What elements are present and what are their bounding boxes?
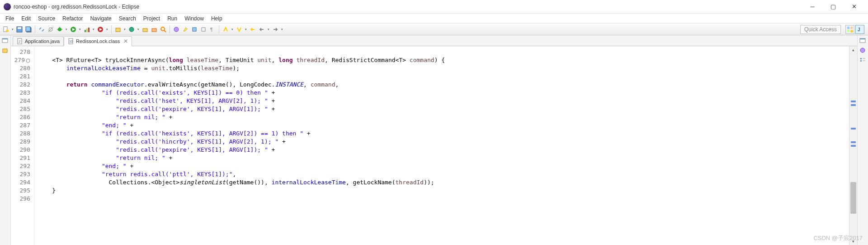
package-explorer-icon[interactable] [2,47,9,54]
svg-rect-18 [143,29,147,32]
content-area: J Application.java 10 RedissonLock.class… [0,35,868,245]
minimize-button[interactable]: ─ [802,0,823,14]
menu-help[interactable]: Help [208,14,226,23]
svg-text:J: J [19,39,20,43]
new-class-dropdown[interactable]: ▾ [137,25,140,34]
new-class-icon[interactable] [127,25,136,34]
open-type-icon[interactable] [141,25,149,34]
svg-rect-44 [860,60,862,62]
svg-text:J: J [858,27,860,32]
task-icon[interactable] [172,25,180,34]
annotation-next-dropdown[interactable]: ▾ [244,25,248,34]
tab-redissonlock-class[interactable]: 10 RedissonLock.class ✕ [64,36,132,46]
new-package-icon[interactable] [114,25,122,34]
menu-file[interactable]: File [2,14,18,23]
separator [219,25,219,34]
coverage-dropdown[interactable]: ▾ [92,25,95,34]
menu-project[interactable]: Project [140,14,164,23]
menu-navigate[interactable]: Navigate [86,14,115,23]
svg-rect-27 [850,27,853,29]
scroll-up-icon[interactable]: ▴ [849,46,857,53]
svg-rect-28 [847,30,849,32]
close-button[interactable]: ✕ [844,0,864,14]
line-number-ruler[interactable]: 2782792802812822832842852862872882892902… [11,46,34,245]
menu-search[interactable]: Search [115,14,140,23]
annotation-prev-icon[interactable] [222,25,230,34]
debug-dropdown[interactable]: ▾ [65,25,68,34]
menu-run[interactable]: Run [164,14,181,23]
back-dropdown[interactable]: ▾ [267,25,270,34]
class-file-icon: 10 [68,38,74,44]
open-perspective-icon[interactable] [845,25,854,34]
forward-dropdown[interactable]: ▾ [280,25,284,34]
svg-point-17 [129,27,134,32]
eclipse-icon [4,3,11,10]
forward-icon[interactable] [271,25,279,34]
window-title: roncoo-eshop - org.redisson.RedissonLock… [14,4,802,10]
svg-rect-33 [3,49,7,53]
new-package-dropdown[interactable]: ▾ [123,25,127,34]
title-bar: roncoo-eshop - org.redisson.RedissonLock… [0,0,868,14]
menu-window[interactable]: Window [181,14,208,23]
scroll-thumb[interactable] [850,182,856,214]
save-icon[interactable] [15,25,24,34]
menu-source[interactable]: Source [34,14,59,23]
svg-rect-24 [202,28,205,31]
open-task-icon[interactable] [150,25,158,34]
last-edit-icon[interactable] [249,25,257,34]
bug-icon[interactable] [56,25,64,34]
svg-rect-19 [152,29,156,32]
overview-marker[interactable] [851,141,856,143]
svg-rect-45 [863,60,865,61]
right-view-gutter [857,35,868,245]
java-file-icon: J [17,38,23,44]
ext-tools-dropdown[interactable]: ▾ [105,25,109,34]
run-icon[interactable] [69,25,77,34]
back-icon[interactable] [258,25,266,34]
separator [170,25,170,34]
tab-application-java[interactable]: J Application.java [13,36,64,46]
annotation-next-icon[interactable] [235,25,243,34]
quick-access-input[interactable]: Quick Access [800,25,841,34]
maximize-button[interactable]: ▢ [823,0,844,14]
overview-marker[interactable] [851,145,856,147]
save-all-icon[interactable] [24,25,33,34]
menu-refactor[interactable]: Refactor [59,14,86,23]
run-dropdown[interactable]: ▾ [78,25,82,34]
restore-view-icon[interactable] [859,37,867,44]
outline-icon[interactable] [859,57,867,64]
new-dropdown[interactable]: ▾ [11,25,14,34]
task-list-icon[interactable] [859,47,867,54]
link-icon[interactable] [38,25,46,34]
separator [35,25,35,34]
svg-text:10: 10 [69,40,73,43]
perspective-switcher: J [845,25,864,34]
annotation-prev-dropdown[interactable]: ▾ [231,25,234,34]
svg-rect-11 [85,30,86,32]
new-icon[interactable] [2,25,10,34]
svg-point-38 [26,59,30,62]
close-tab-icon[interactable]: ✕ [123,38,128,44]
restore-view-icon[interactable] [2,37,9,44]
show-whitespace-icon[interactable]: ¶ [208,25,217,34]
coverage-icon[interactable] [83,25,91,34]
separator [111,25,112,34]
highlight-icon[interactable] [181,25,189,34]
java-perspective-icon[interactable]: J [855,25,864,34]
vertical-scrollbar[interactable]: ▴ ▾ [849,46,857,245]
svg-rect-23 [193,28,196,31]
search-icon[interactable] [159,25,167,34]
code-editor[interactable]: 2782792802812822832842852862872882892902… [11,46,857,245]
svg-point-20 [161,27,165,31]
svg-rect-5 [26,27,30,31]
overview-marker[interactable] [851,104,856,106]
overview-marker[interactable] [851,101,856,102]
code-content[interactable]: <T> RFuture<T> tryLockInnerAsync(long le… [34,46,849,245]
ext-tools-icon[interactable] [96,25,104,34]
menu-edit[interactable]: Edit [18,14,34,23]
toggle-block-icon[interactable] [199,25,208,34]
toggle-mark-icon[interactable] [190,25,198,34]
svg-rect-43 [863,58,865,59]
overview-marker[interactable] [851,128,856,130]
skip-breakpoints-icon[interactable] [47,25,55,34]
